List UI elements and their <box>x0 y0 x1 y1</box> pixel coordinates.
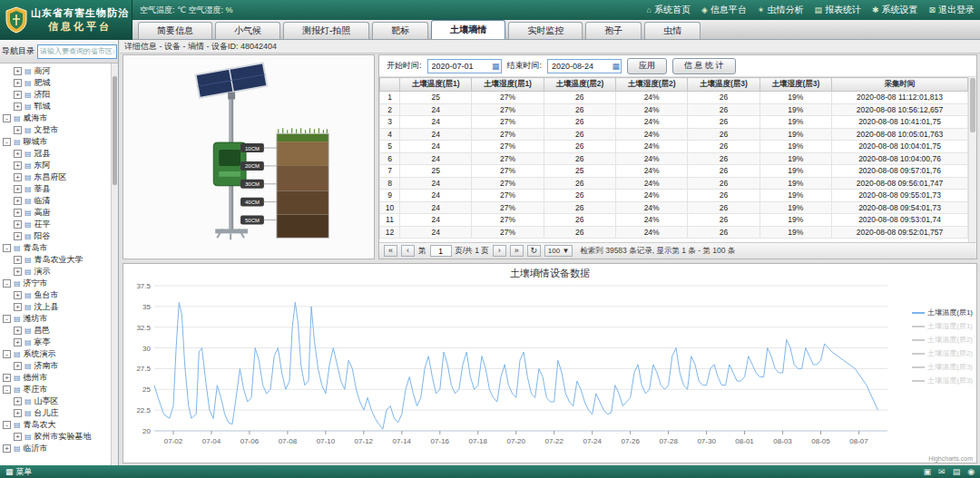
page-size-select[interactable]: 100 ▼ <box>544 245 573 257</box>
expand-icon[interactable]: + <box>14 67 22 75</box>
column-header[interactable]: 土壤湿度(层3) <box>760 78 831 92</box>
table-row[interactable]: 82427%2624%2619%2020-08-08 09:56:01,747 <box>380 177 968 190</box>
expand-icon[interactable]: + <box>14 433 22 441</box>
expand-icon[interactable]: + <box>14 173 22 181</box>
tab-microclimate[interactable]: 小气候 <box>215 22 280 39</box>
tree-item[interactable]: +▤阳谷 <box>0 230 111 242</box>
column-header[interactable]: 土壤温度(层3) <box>688 78 760 92</box>
table-row[interactable]: 42427%2624%2619%2020-08-08 10:05:01,763 <box>380 128 968 141</box>
mail-icon[interactable]: ✉ <box>938 467 946 476</box>
region-search-input[interactable] <box>37 44 117 59</box>
expand-icon[interactable]: + <box>14 91 22 99</box>
legend-item[interactable]: 土壤温度(层2) <box>912 335 973 345</box>
expand-icon[interactable]: + <box>14 327 22 335</box>
tree-item[interactable]: +▤胶州市实验基地 <box>0 431 111 443</box>
expand-icon[interactable]: + <box>14 209 22 217</box>
monitor-icon[interactable]: ▣ <box>924 467 932 476</box>
tree-item[interactable]: -▤系统演示 <box>0 348 111 360</box>
table-row[interactable]: 62427%2624%2619%2020-08-08 10:04:00,76 <box>380 152 968 165</box>
tree-item[interactable]: +▤济南市 <box>0 360 111 372</box>
tree-item[interactable]: +▤台儿庄 <box>0 407 111 419</box>
collapse-icon[interactable]: - <box>3 114 11 122</box>
expand-icon[interactable]: + <box>14 362 22 370</box>
tree-item[interactable]: +▤德州市 <box>0 372 111 384</box>
tree-item[interactable]: +▤商河 <box>0 65 111 77</box>
prev-page-button[interactable]: ‹ <box>401 245 415 257</box>
expand-icon[interactable]: + <box>14 232 22 240</box>
tree-item[interactable]: +▤济阳 <box>0 89 111 101</box>
legend-item[interactable]: 土壤温度(层1) <box>912 307 973 317</box>
tree-item[interactable]: +▤临清 <box>0 195 111 207</box>
legend-item[interactable]: 土壤湿度(层1) <box>912 321 973 331</box>
collapse-icon[interactable]: - <box>3 244 11 252</box>
column-header[interactable]: 土壤温度(层1) <box>400 78 472 92</box>
tree-item[interactable]: +▤莘县 <box>0 183 111 195</box>
refresh-button[interactable]: ↻ <box>527 245 541 257</box>
expand-icon[interactable]: + <box>14 161 22 170</box>
expand-icon[interactable]: + <box>14 397 22 405</box>
tree-item[interactable]: +▤鱼台市 <box>0 289 111 301</box>
expand-icon[interactable]: + <box>14 338 22 346</box>
collapse-icon[interactable]: - <box>3 315 11 323</box>
legend-item[interactable]: 土壤温度(层3) <box>912 362 973 372</box>
table-row[interactable]: 52427%2624%2619%2020-08-08 10:04:01,75 <box>380 141 968 153</box>
tree-item[interactable]: +▤寒亭 <box>0 337 111 348</box>
scrollbar-thumb[interactable] <box>970 78 975 132</box>
expand-icon[interactable]: + <box>14 220 22 229</box>
tree-item[interactable]: -▤青岛农大 <box>0 419 111 431</box>
tree-item[interactable]: -▤聊城市 <box>0 136 111 148</box>
menu-item-report-stats[interactable]: ▤报表统计 <box>814 4 861 16</box>
expand-icon[interactable]: + <box>14 150 22 158</box>
scrollbar-thumb[interactable] <box>113 76 117 185</box>
first-page-button[interactable]: « <box>384 245 397 257</box>
tree-item[interactable]: +▤郓城 <box>0 101 111 112</box>
tree-item[interactable]: +▤青岛农业大学 <box>0 254 111 266</box>
expand-icon[interactable]: + <box>14 268 22 276</box>
sidebar-scrollbar[interactable] <box>111 63 118 465</box>
tree-item[interactable]: -▤青岛市 <box>0 242 111 254</box>
expand-icon[interactable]: + <box>14 291 22 299</box>
apply-button[interactable]: 应用 <box>627 58 667 74</box>
expand-icon[interactable]: + <box>14 185 22 193</box>
calendar-icon[interactable]: ▦ <box>492 61 500 72</box>
collapse-icon[interactable]: - <box>3 138 11 146</box>
user-icon[interactable]: ◉ <box>967 467 975 476</box>
tree-item[interactable]: -▤济宁市 <box>0 278 111 289</box>
menu-item-logout[interactable]: ⊠退出登录 <box>928 4 975 16</box>
menu-item-home[interactable]: ⌂系统首页 <box>646 4 690 16</box>
expand-icon[interactable]: + <box>14 79 22 87</box>
tree-item[interactable]: -▤潍坊市 <box>0 313 111 325</box>
table-row[interactable]: 32427%2624%2619%2020-08-08 10:41:01,75 <box>380 116 968 129</box>
tree-item[interactable]: +▤山亭区 <box>0 395 111 407</box>
column-header[interactable]: 土壤温度(层2) <box>544 78 615 92</box>
stats-button[interactable]: 信 息 统 计 <box>672 58 736 74</box>
column-header[interactable]: 土壤湿度(层1) <box>472 78 544 92</box>
tree-item[interactable]: +▤文登市 <box>0 124 111 136</box>
tree-item[interactable]: +▤演示 <box>0 266 111 278</box>
tab-soil-moisture[interactable]: 土壤墒情 <box>431 20 505 39</box>
column-header[interactable] <box>380 78 400 92</box>
table-row[interactable]: 72527%2524%2619%2020-08-08 09:57:01,76 <box>380 165 968 178</box>
tree-item[interactable]: +▤肥城 <box>0 77 111 89</box>
tree-item[interactable]: +▤茌平 <box>0 219 111 230</box>
tree-item[interactable]: +▤冠县 <box>0 148 111 160</box>
table-row[interactable]: 102427%2624%2619%2020-08-08 09:54:01,73 <box>380 201 968 214</box>
expand-icon[interactable]: + <box>14 197 22 205</box>
tab-survey-lamp-photo[interactable]: 测报灯-拍照 <box>283 22 369 39</box>
column-header[interactable]: 土壤湿度(层2) <box>615 78 687 92</box>
menu-button[interactable]: ▦ 菜单 <box>5 466 33 478</box>
collapse-icon[interactable]: - <box>3 350 11 358</box>
table-scrollbar[interactable] <box>968 77 976 242</box>
end-date-input[interactable] <box>547 59 622 73</box>
menu-item-system-settings[interactable]: ✱系统设置 <box>872 4 918 16</box>
table-row[interactable]: 22427%2624%2619%2020-08-08 10:56:12,657 <box>380 103 968 116</box>
expand-icon[interactable]: + <box>14 126 22 134</box>
tab-spore[interactable]: 孢子 <box>585 22 642 39</box>
legend-item[interactable]: 土壤湿度(层2) <box>912 348 973 358</box>
menu-item-insect-analysis[interactable]: ✶虫情分析 <box>758 4 804 16</box>
legend-item[interactable]: 土壤湿度(层3) <box>912 376 973 385</box>
expand-icon[interactable]: + <box>14 256 22 264</box>
page-number-input[interactable] <box>430 245 452 257</box>
calendar-icon[interactable]: ▦ <box>612 61 621 72</box>
tree-item[interactable]: -▤威海市 <box>0 112 111 124</box>
